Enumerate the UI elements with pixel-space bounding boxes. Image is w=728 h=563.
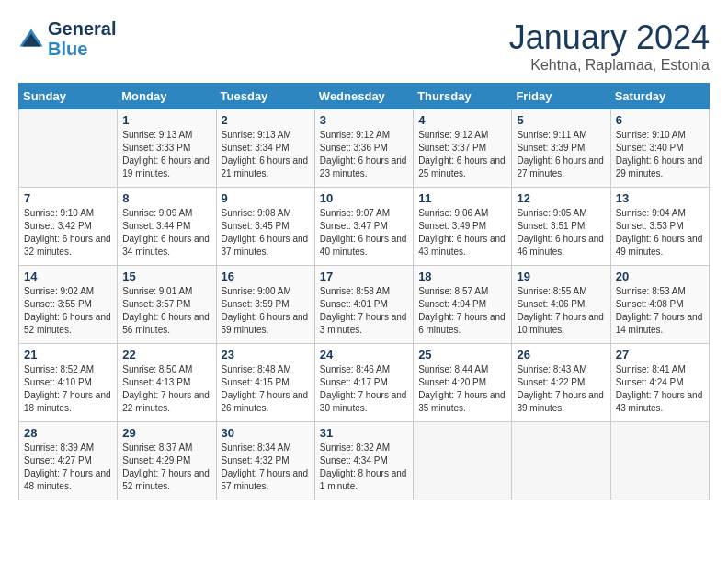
- sunrise-text: Sunrise: 8:41 AM: [616, 363, 704, 376]
- sunset-text: Sunset: 4:06 PM: [517, 298, 605, 311]
- day-number: 6: [616, 113, 704, 127]
- calendar-cell: 11 Sunrise: 9:06 AM Sunset: 3:49 PM Dayl…: [414, 188, 512, 266]
- calendar-cell: 29 Sunrise: 8:37 AM Sunset: 4:29 PM Dayl…: [118, 422, 216, 500]
- sunset-text: Sunset: 3:33 PM: [122, 142, 210, 155]
- day-number: 21: [24, 348, 112, 362]
- cell-detail: Sunrise: 9:10 AM Sunset: 3:42 PM Dayligh…: [24, 207, 112, 259]
- page-header: General Blue January 2024 Kehtna, Raplam…: [18, 18, 710, 74]
- calendar-cell: 21 Sunrise: 8:52 AM Sunset: 4:10 PM Dayl…: [19, 344, 118, 422]
- cell-detail: Sunrise: 9:09 AM Sunset: 3:44 PM Dayligh…: [122, 207, 210, 259]
- calendar-cell: 10 Sunrise: 9:07 AM Sunset: 3:47 PM Dayl…: [314, 188, 413, 266]
- sunset-text: Sunset: 4:13 PM: [122, 376, 210, 389]
- cell-detail: Sunrise: 8:34 AM Sunset: 4:32 PM Dayligh…: [222, 442, 310, 493]
- day-number: 25: [418, 348, 506, 362]
- sunset-text: Sunset: 3:51 PM: [517, 220, 605, 233]
- daylight-text: Daylight: 6 hours and 19 minutes.: [122, 155, 210, 180]
- cell-detail: Sunrise: 8:53 AM Sunset: 4:08 PM Dayligh…: [616, 285, 704, 337]
- daylight-text: Daylight: 6 hours and 32 minutes.: [24, 233, 112, 259]
- sunrise-text: Sunrise: 8:46 AM: [320, 363, 408, 376]
- day-number: 11: [418, 191, 506, 205]
- calendar-cell: 1 Sunrise: 9:13 AM Sunset: 3:33 PM Dayli…: [118, 109, 216, 188]
- calendar-cell: 26 Sunrise: 8:43 AM Sunset: 4:22 PM Dayl…: [512, 344, 610, 422]
- day-number: 3: [320, 113, 408, 127]
- daylight-text: Daylight: 8 hours and 1 minute.: [320, 467, 408, 493]
- sunset-text: Sunset: 3:44 PM: [122, 220, 210, 233]
- header-thursday: Thursday: [414, 84, 512, 109]
- logo: General Blue: [18, 18, 116, 59]
- sunset-text: Sunset: 3:37 PM: [418, 142, 506, 155]
- sunrise-text: Sunrise: 9:06 AM: [418, 207, 506, 220]
- calendar-cell: 8 Sunrise: 9:09 AM Sunset: 3:44 PM Dayli…: [118, 188, 216, 266]
- cell-detail: Sunrise: 9:06 AM Sunset: 3:49 PM Dayligh…: [418, 207, 506, 259]
- day-number: 18: [418, 270, 506, 283]
- header-monday: Monday: [118, 84, 216, 109]
- sunset-text: Sunset: 3:47 PM: [320, 220, 408, 233]
- header-saturday: Saturday: [610, 84, 709, 109]
- cell-detail: Sunrise: 8:43 AM Sunset: 4:22 PM Dayligh…: [517, 363, 605, 415]
- daylight-text: Daylight: 7 hours and 35 minutes.: [418, 389, 506, 415]
- cell-detail: Sunrise: 9:11 AM Sunset: 3:39 PM Dayligh…: [517, 129, 605, 180]
- daylight-text: Daylight: 6 hours and 52 minutes.: [24, 311, 112, 337]
- day-number: 26: [517, 348, 605, 362]
- sunset-text: Sunset: 4:32 PM: [222, 454, 310, 467]
- day-number: 10: [320, 191, 408, 205]
- cell-detail: Sunrise: 8:32 AM Sunset: 4:34 PM Dayligh…: [320, 442, 408, 493]
- sunrise-text: Sunrise: 9:01 AM: [122, 285, 210, 298]
- calendar-cell: 5 Sunrise: 9:11 AM Sunset: 3:39 PM Dayli…: [512, 109, 610, 188]
- calendar-cell: 22 Sunrise: 8:50 AM Sunset: 4:13 PM Dayl…: [118, 344, 216, 422]
- header-tuesday: Tuesday: [216, 84, 314, 109]
- day-number: 28: [24, 426, 112, 440]
- sunrise-text: Sunrise: 8:53 AM: [616, 285, 704, 298]
- cell-detail: Sunrise: 9:13 AM Sunset: 3:33 PM Dayligh…: [122, 129, 210, 180]
- sunrise-text: Sunrise: 8:37 AM: [122, 442, 210, 454]
- calendar-week-4: 21 Sunrise: 8:52 AM Sunset: 4:10 PM Dayl…: [19, 344, 710, 422]
- daylight-text: Daylight: 6 hours and 34 minutes.: [122, 233, 210, 259]
- sunset-text: Sunset: 3:59 PM: [222, 298, 310, 311]
- daylight-text: Daylight: 7 hours and 48 minutes.: [24, 467, 112, 493]
- cell-detail: Sunrise: 8:39 AM Sunset: 4:27 PM Dayligh…: [24, 442, 112, 493]
- sunset-text: Sunset: 3:45 PM: [222, 220, 310, 233]
- day-number: 22: [122, 348, 210, 362]
- sunrise-text: Sunrise: 8:39 AM: [24, 442, 112, 454]
- day-number: 30: [222, 426, 310, 440]
- weekday-row: Sunday Monday Tuesday Wednesday Thursday…: [19, 84, 710, 109]
- day-number: 29: [122, 426, 210, 440]
- calendar-cell: 24 Sunrise: 8:46 AM Sunset: 4:17 PM Dayl…: [314, 344, 413, 422]
- sunrise-text: Sunrise: 9:02 AM: [24, 285, 112, 298]
- daylight-text: Daylight: 6 hours and 21 minutes.: [222, 155, 310, 180]
- calendar-body: 1 Sunrise: 9:13 AM Sunset: 3:33 PM Dayli…: [19, 109, 710, 500]
- cell-detail: Sunrise: 8:58 AM Sunset: 4:01 PM Dayligh…: [320, 285, 408, 337]
- logo-text-general: General: [48, 18, 116, 39]
- sunrise-text: Sunrise: 8:55 AM: [517, 285, 605, 298]
- day-number: 17: [320, 270, 408, 283]
- month-title: January 2024: [509, 18, 710, 57]
- header-wednesday: Wednesday: [314, 84, 413, 109]
- cell-detail: Sunrise: 8:46 AM Sunset: 4:17 PM Dayligh…: [320, 363, 408, 415]
- sunrise-text: Sunrise: 9:11 AM: [517, 129, 605, 142]
- day-number: 31: [320, 426, 408, 440]
- day-number: 7: [24, 191, 112, 205]
- calendar-cell: 3 Sunrise: 9:12 AM Sunset: 3:36 PM Dayli…: [314, 109, 413, 188]
- logo-icon: [18, 26, 44, 52]
- calendar-cell: 19 Sunrise: 8:55 AM Sunset: 4:06 PM Dayl…: [512, 266, 610, 344]
- sunset-text: Sunset: 3:40 PM: [616, 142, 704, 155]
- calendar-cell: 28 Sunrise: 8:39 AM Sunset: 4:27 PM Dayl…: [19, 422, 118, 500]
- cell-detail: Sunrise: 9:02 AM Sunset: 3:55 PM Dayligh…: [24, 285, 112, 337]
- cell-detail: Sunrise: 9:04 AM Sunset: 3:53 PM Dayligh…: [616, 207, 704, 259]
- cell-detail: Sunrise: 8:44 AM Sunset: 4:20 PM Dayligh…: [418, 363, 506, 415]
- cell-detail: Sunrise: 8:50 AM Sunset: 4:13 PM Dayligh…: [122, 363, 210, 415]
- cell-detail: Sunrise: 9:07 AM Sunset: 3:47 PM Dayligh…: [320, 207, 408, 259]
- calendar-cell: [19, 109, 118, 188]
- cell-detail: Sunrise: 9:10 AM Sunset: 3:40 PM Dayligh…: [616, 129, 704, 180]
- calendar-cell: [610, 422, 709, 500]
- day-number: 14: [24, 270, 112, 283]
- calendar-table: Sunday Monday Tuesday Wednesday Thursday…: [18, 83, 710, 500]
- day-number: 16: [222, 270, 310, 283]
- sunset-text: Sunset: 4:20 PM: [418, 376, 506, 389]
- calendar-cell: 30 Sunrise: 8:34 AM Sunset: 4:32 PM Dayl…: [216, 422, 314, 500]
- calendar-cell: [414, 422, 512, 500]
- cell-detail: Sunrise: 9:08 AM Sunset: 3:45 PM Dayligh…: [222, 207, 310, 259]
- day-number: 20: [616, 270, 704, 283]
- day-number: 23: [222, 348, 310, 362]
- sunset-text: Sunset: 3:34 PM: [222, 142, 310, 155]
